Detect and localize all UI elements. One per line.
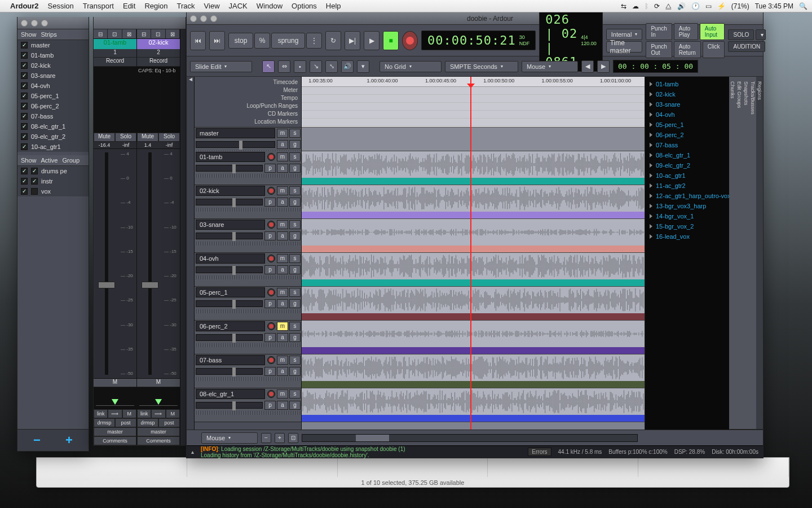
disclosure-triangle-icon[interactable]	[650, 92, 652, 97]
channel-panner[interactable]	[137, 387, 180, 409]
strip-checkbox[interactable]	[21, 113, 28, 120]
disclosure-triangle-icon[interactable]	[650, 112, 652, 117]
disclosure-triangle-icon[interactable]	[650, 143, 652, 147]
strips-titlebar[interactable]	[17, 17, 89, 29]
strip-checkbox[interactable]	[21, 82, 28, 89]
track-g-button[interactable]: g	[289, 367, 301, 376]
track-resize-grip[interactable]	[195, 377, 301, 381]
menubar-display-icon[interactable]: ▭	[705, 2, 712, 10]
playhead[interactable]	[470, 77, 471, 430]
menu-session[interactable]: Session	[48, 2, 74, 10]
menu-track[interactable]: Track	[177, 2, 195, 10]
track-header[interactable]: 06-perc_2mspag	[195, 321, 301, 354]
punch-in-button[interactable]: Punch In	[646, 23, 672, 40]
strip-row[interactable]: 08-elc_gtr_1	[17, 121, 89, 132]
track-s-button[interactable]: s	[289, 389, 301, 398]
tracks-canvas[interactable]: 1.00:35:001.00:00:40:001.00:00:45:001.00…	[302, 77, 645, 430]
track-rec-button[interactable]	[267, 187, 275, 195]
region-strip[interactable]	[302, 178, 645, 185]
track-rec-button[interactable]	[267, 221, 275, 229]
track-m-button[interactable]: m	[277, 389, 288, 398]
track-g-button[interactable]: g	[289, 265, 301, 274]
track-s-button[interactable]: s	[289, 186, 301, 195]
channel-arrow-button[interactable]: ⟹	[108, 409, 122, 418]
tab-chunks[interactable]: Chunks	[729, 77, 736, 430]
menu-jack[interactable]: JACK	[229, 2, 248, 10]
channel-narrow-button[interactable]: ⊟	[137, 29, 151, 38]
track-header[interactable]: mastermsag	[195, 128, 301, 151]
edit-mode[interactable]: Slide Edit▾	[190, 61, 252, 72]
disclosure-triangle-icon[interactable]	[650, 194, 652, 198]
channel-name[interactable]: 01-tamb	[94, 39, 136, 49]
track-header[interactable]: 03-snaremspag	[195, 219, 301, 253]
tool-gain[interactable]: ↘	[310, 60, 322, 73]
auto-input-button[interactable]: Auto Input	[700, 23, 725, 40]
track-p-button[interactable]: p	[264, 299, 276, 308]
channel-link-button[interactable]: link	[94, 409, 108, 418]
channel-output[interactable]: master	[94, 427, 136, 436]
track-p-button[interactable]: p	[264, 164, 276, 173]
stop-button[interactable]: stop	[228, 33, 253, 49]
disclosure-triangle-icon[interactable]	[650, 82, 652, 86]
channel-inserts[interactable]: CAPS: Eq - 10-b	[137, 66, 180, 133]
track-resize-grip[interactable]	[195, 208, 301, 212]
track-fader[interactable]	[196, 334, 263, 341]
track-a-button[interactable]: a	[277, 265, 288, 274]
menubar-wifi-icon[interactable]: ⧋	[665, 2, 672, 10]
strip-checkbox[interactable]	[21, 143, 28, 150]
track-rec-button[interactable]	[267, 390, 275, 398]
snap-mode[interactable]: No Grid▾	[379, 61, 442, 72]
track-name[interactable]: 07-bass	[196, 355, 265, 365]
track-lane[interactable]	[302, 151, 645, 185]
shuttle-mode[interactable]: sprung	[271, 33, 305, 49]
track-header[interactable]: 01-tambmspag	[195, 151, 301, 185]
track-lane[interactable]	[302, 219, 645, 253]
disclosure-triangle-icon[interactable]	[650, 234, 652, 239]
track-g-button[interactable]: g	[289, 401, 301, 410]
track-s-button[interactable]: s	[289, 254, 301, 263]
menu-region[interactable]: Region	[144, 2, 167, 10]
menubar-battery-icon[interactable]: ⚡	[717, 2, 726, 10]
track-fader[interactable]	[196, 141, 275, 148]
track-header[interactable]: 07-bassmspag	[195, 354, 301, 388]
track-header[interactable]: 05-perc_1mspag	[195, 287, 301, 321]
click-button[interactable]: Click	[703, 41, 725, 58]
channel-output[interactable]: master	[137, 427, 180, 436]
track-lane[interactable]	[302, 354, 645, 388]
track-name[interactable]: 08-elc_gtr_1	[196, 389, 265, 399]
track-m-button[interactable]: m	[277, 186, 288, 195]
tab-tracks[interactable]: Tracks/Busses	[749, 77, 756, 430]
region-strip[interactable]	[302, 347, 645, 354]
auto-return-button[interactable]: Auto Return	[674, 41, 701, 58]
channel-hide-button[interactable]: ⊡	[108, 29, 122, 38]
menubar-cloud-icon[interactable]: ☁	[632, 2, 639, 10]
strip-row[interactable]: 04-ovh	[17, 81, 89, 91]
tool-audition[interactable]: 🔊	[341, 60, 354, 73]
track-rec-button[interactable]	[267, 356, 275, 364]
track-name[interactable]: 02-kick	[196, 186, 265, 196]
tab-snapshots[interactable]: Snapshots	[743, 77, 749, 430]
tab-editgroups[interactable]: Edit Groups	[736, 77, 743, 430]
channel-group[interactable]: drmsp	[137, 418, 158, 427]
track-g-button[interactable]: g	[289, 164, 301, 173]
track-name[interactable]: 04-ovh	[196, 253, 265, 264]
edit-point[interactable]: Mouse▾	[522, 61, 578, 72]
track-s-button[interactable]: s	[289, 152, 301, 161]
solo-menu[interactable]: ▾	[756, 29, 766, 40]
track-m-button[interactable]: m	[277, 356, 288, 365]
disclosure-triangle-icon[interactable]	[650, 224, 652, 229]
group-row[interactable]: vox	[17, 186, 89, 196]
track-a-button[interactable]: a	[277, 198, 288, 207]
track-m-button[interactable]: m	[277, 322, 288, 331]
strip-checkbox[interactable]	[21, 133, 28, 140]
track-m-button[interactable]: m	[277, 254, 288, 263]
menubar-sync-icon[interactable]: ⇆	[621, 2, 626, 10]
goto-end-button[interactable]: ⏭	[209, 31, 225, 50]
track-s-button[interactable]: s	[289, 322, 301, 331]
strip-checkbox[interactable]	[21, 62, 28, 69]
track-a-button[interactable]: a	[277, 231, 288, 240]
channel-solo-button[interactable]: Solo	[158, 133, 180, 142]
auto-play-button[interactable]: Auto Play	[674, 23, 698, 40]
track-fader[interactable]	[196, 368, 263, 375]
zoom-icon[interactable]	[41, 20, 48, 27]
